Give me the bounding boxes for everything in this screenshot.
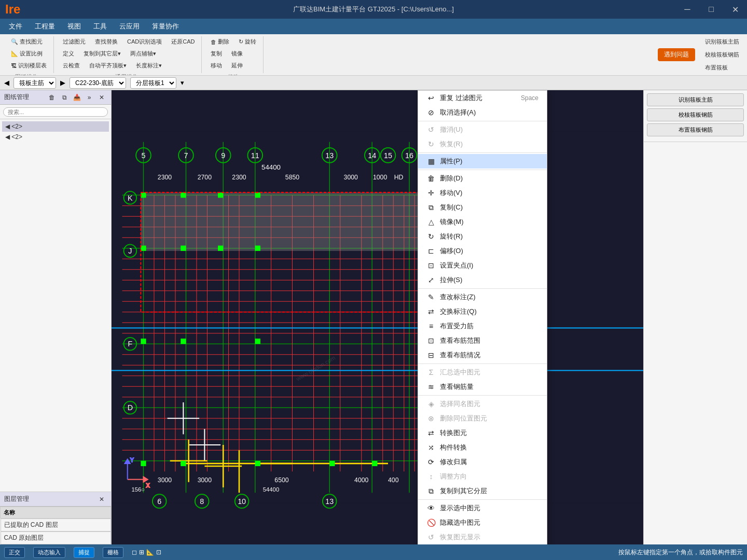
btn-identify-board-main[interactable]: 识别筱板主筋 bbox=[701, 36, 743, 47]
btn-move[interactable]: 移动 bbox=[207, 60, 226, 71]
ctx-ownership-label: 修改归属 bbox=[440, 457, 467, 467]
canvas-area[interactable]: 5 7 9 11 13 14 15 16 2300 2700 2300 bbox=[112, 90, 643, 544]
ctx-copy-label: 复制(C) bbox=[440, 203, 463, 212]
menu-cloud[interactable]: 云应用 bbox=[113, 20, 146, 33]
menu-tools[interactable]: 工具 bbox=[87, 20, 113, 33]
status-icon-3[interactable]: 📐 bbox=[146, 549, 154, 556]
ortho-btn[interactable]: 正交 bbox=[4, 547, 25, 558]
right-arrange-btn[interactable]: 布置筱板钢筋 bbox=[647, 123, 744, 136]
ctx-stretch[interactable]: ⤢ 拉伸(S) bbox=[418, 273, 547, 287]
menu-view[interactable]: 视图 bbox=[61, 20, 87, 33]
ctx-check-rebar-range[interactable]: ⊡ 查看布筋范围 bbox=[418, 333, 547, 348]
ctx-offset[interactable]: ⊏ 偏移(O) bbox=[418, 244, 547, 258]
btn-arrange-board[interactable]: 布置筱板 bbox=[701, 62, 743, 73]
titlebar: Ire 广联达BIM土建计量平台 GTJ2025 - [C:\Users\Len… bbox=[0, 0, 747, 19]
panel-close-btn[interactable]: ✕ bbox=[96, 92, 107, 103]
btn-cad-options[interactable]: CAD识别选项 bbox=[123, 36, 165, 47]
close-button[interactable]: ✕ bbox=[723, 0, 747, 19]
btn-define[interactable]: 定义 bbox=[59, 48, 78, 59]
ctx-delete[interactable]: 🗑 删除(D) bbox=[418, 171, 547, 186]
layer-close-btn[interactable]: ✕ bbox=[96, 494, 107, 505]
menu-file[interactable]: 文件 bbox=[3, 20, 29, 33]
snap-btn[interactable]: 捕捉 bbox=[74, 547, 94, 558]
ctx-modify-ownership[interactable]: ⟳ 修改归属 bbox=[418, 455, 547, 469]
btn-cloud-check[interactable]: 云检查 bbox=[59, 60, 84, 71]
ctx-arrange-rebar[interactable]: ≡ 布置受力筋 bbox=[418, 319, 547, 333]
menu-calculation[interactable]: 算量协作 bbox=[146, 20, 185, 33]
ctx-view-rebar-qty[interactable]: ≋ 查看钢筋量 bbox=[418, 380, 547, 394]
minimize-button[interactable]: ─ bbox=[675, 0, 699, 19]
tree-item-1[interactable]: ◀ <2> bbox=[2, 121, 109, 132]
ctx-move[interactable]: ✛ 移动(V) bbox=[418, 186, 547, 200]
ctx-restore-icon: ↺ bbox=[426, 533, 436, 542]
btn-two-point-axis[interactable]: 两点辅轴▾ bbox=[127, 48, 160, 59]
maximize-button[interactable]: □ bbox=[699, 0, 723, 19]
ctx-set-grip[interactable]: ⊡ 设置夹点(I) bbox=[418, 258, 547, 273]
ctx-cancel-select[interactable]: ⊘ 取消选择(A) bbox=[418, 105, 547, 120]
ctx-hide-selected[interactable]: 🚫 隐藏选中图元 bbox=[418, 515, 547, 530]
btn-filter[interactable]: 过滤图元 bbox=[59, 36, 89, 47]
ctx-show-selected[interactable]: 👁 显示选中图元 bbox=[418, 501, 547, 515]
ctx-repeat-filter[interactable]: ↩ 重复 过滤图元 Space bbox=[418, 91, 547, 105]
ctx-ownership-icon: ⟳ bbox=[426, 457, 436, 467]
drawing-search-input[interactable] bbox=[3, 107, 108, 117]
btn-set-scale[interactable]: 📐 设置比例 bbox=[7, 48, 46, 59]
toolbar-row-mod-3: 移动 延伸 bbox=[207, 60, 260, 71]
ctx-copy[interactable]: ⧉ 复制(C) bbox=[418, 200, 547, 215]
ctx-del-same-pos: ⊗ 删除同位置图元 bbox=[418, 411, 547, 426]
btn-copy[interactable]: 复制 bbox=[207, 48, 226, 59]
statusbar: 正交 动态输入 捕捉 栅格 ◻ ⊞ 📐 ⊡ 按鼠标左键指定第一个角点，或拾取构件… bbox=[0, 544, 747, 560]
dynamic-input-btn[interactable]: 动态输入 bbox=[33, 547, 65, 558]
btn-calibrate-board[interactable]: 校核筱板钢筋 bbox=[701, 49, 743, 60]
btn-rotate[interactable]: ↻ 旋转 bbox=[235, 36, 260, 47]
panel-copy-btn[interactable]: ⧉ bbox=[59, 92, 70, 103]
btn-find-replace[interactable]: 查找替换 bbox=[91, 36, 121, 47]
btn-mirror[interactable]: 镜像 bbox=[228, 48, 246, 59]
ctx-modify-mark[interactable]: ✎ 查改标注(Z) bbox=[418, 290, 547, 304]
layer-extracted[interactable]: 已提取的 CAD 图层 bbox=[1, 519, 111, 531]
ctx-copy-to-sublayer[interactable]: ⧉ 复制到其它分层 bbox=[418, 484, 547, 498]
btn-length-mark[interactable]: 长度标注▾ bbox=[132, 60, 165, 71]
ctx-mirror[interactable]: △ 镜像(M) bbox=[418, 215, 547, 229]
panel-delete-btn[interactable]: 🗑 bbox=[47, 92, 57, 103]
btn-copy-to-layer[interactable]: 复制到其它层▾ bbox=[80, 48, 125, 59]
ctx-restore-display: ↺ 恢复图元显示 bbox=[418, 530, 547, 544]
right-calibrate-btn[interactable]: 校核筱板钢筋 bbox=[647, 108, 744, 121]
ctx-adjust-direction: ↕ 调整方向 bbox=[418, 469, 547, 484]
ctx-properties[interactable]: ▦ 属性(P) bbox=[418, 154, 547, 169]
ctx-check-rebar-status[interactable]: ⊟ 查看布筋情况 bbox=[418, 348, 547, 362]
svg-rect-71 bbox=[218, 192, 223, 198]
context-menu: ↩ 重复 过滤图元 Space ⊘ 取消选择(A) ↺ 撤消(U) ↻ 恢复(R… bbox=[418, 90, 547, 544]
btn-restore-cad[interactable]: 还原CAD bbox=[168, 36, 198, 47]
select-board-main[interactable]: 筱板主筋 bbox=[13, 77, 56, 89]
panel-import-btn[interactable]: 📥 bbox=[72, 92, 82, 103]
status-icon-4[interactable]: ⊡ bbox=[156, 549, 161, 556]
ctx-direction-label: 调整方向 bbox=[440, 472, 467, 481]
btn-identify-floors[interactable]: 🏗 识别楼层表 bbox=[7, 60, 50, 71]
redo-icon: ↻ bbox=[426, 139, 436, 149]
ctx-convert-element[interactable]: ⇄ 转换图元 bbox=[418, 426, 547, 440]
layer-panel-title: 图层管理 bbox=[4, 495, 29, 503]
toolbar-group-ops: 过滤图元 查找替换 CAD识别选项 还原CAD 定义 复制到其它层▾ 两点辅轴▾ bbox=[56, 36, 202, 73]
ctx-swap-mark[interactable]: ⇄ 交换标注(Q) bbox=[418, 304, 547, 319]
panel-expand-btn[interactable]: » bbox=[84, 92, 94, 103]
status-icon-2[interactable]: ⊞ bbox=[139, 549, 144, 556]
btn-extend[interactable]: 延伸 bbox=[228, 60, 246, 71]
btn-find-element[interactable]: 🔍 查找图元 bbox=[7, 36, 46, 47]
right-toolbar-buttons: 识别筱板主筋 校核筱板钢筋 布置筱板 bbox=[701, 36, 743, 73]
btn-auto-align[interactable]: 自动平齐顶板▾ bbox=[86, 60, 130, 71]
ctx-component-convert[interactable]: ⤮ 构件转换 bbox=[418, 440, 547, 455]
status-icon-1[interactable]: ◻ bbox=[132, 549, 137, 556]
ctx-undo-label: 撤消(U) bbox=[440, 125, 463, 134]
ctx-rotate-label: 旋转(R) bbox=[440, 232, 463, 241]
ctx-rotate[interactable]: ↻ 旋转(R) bbox=[418, 229, 547, 244]
tree-item-2[interactable]: ◀ <2> bbox=[2, 132, 109, 142]
problem-button[interactable]: 遇到问题 bbox=[658, 48, 695, 61]
select-reinforcement[interactable]: C22-230-底筋 bbox=[70, 77, 126, 89]
right-identify-btn[interactable]: 识别筱板主筋 bbox=[647, 93, 744, 106]
btn-delete[interactable]: 🗑 删除 bbox=[207, 36, 233, 47]
grid-btn[interactable]: 栅格 bbox=[103, 547, 123, 558]
select-layer[interactable]: 分层筱板1 bbox=[130, 77, 176, 89]
menu-engineering[interactable]: 工程量 bbox=[29, 20, 61, 33]
layer-original[interactable]: CAD 原始图层 bbox=[1, 531, 111, 544]
